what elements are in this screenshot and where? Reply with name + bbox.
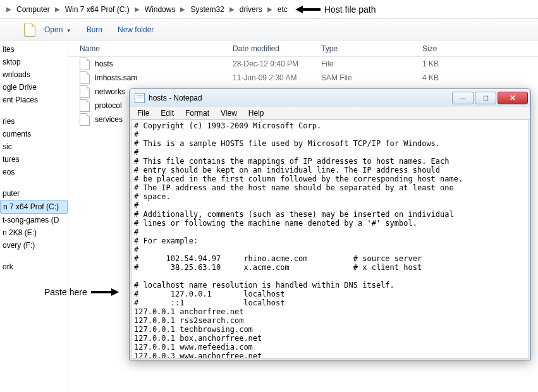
- breadcrumb-item[interactable]: Win 7 x64 Prof (C:): [64, 3, 131, 16]
- notepad-titlebar[interactable]: hosts - Notepad — ☐ ✕: [130, 89, 530, 107]
- column-headers: Name Date modified Type Size: [68, 40, 538, 57]
- menu-file[interactable]: File: [132, 107, 154, 119]
- sidebar-item[interactable]: wnloads: [0, 68, 68, 81]
- notepad-icon: [135, 93, 145, 103]
- sidebar-item[interactable]: ork: [0, 260, 68, 273]
- column-size[interactable]: Size: [422, 44, 486, 53]
- sidebar-item[interactable]: ogle Drive: [0, 81, 68, 94]
- sidebar-item[interactable]: overy (F:): [0, 239, 68, 252]
- sidebar-item[interactable]: cuments: [0, 128, 68, 140]
- sidebar-item[interactable]: sic: [0, 140, 68, 153]
- notepad-textarea[interactable]: # Copyright (c) 1993-2009 Microsoft Corp…: [131, 119, 529, 358]
- breadcrumb-item[interactable]: etc: [276, 3, 289, 16]
- sidebar-item[interactable]: sktop: [0, 56, 68, 68]
- menu-help[interactable]: Help: [243, 107, 269, 119]
- menu-format[interactable]: Format: [180, 107, 214, 119]
- file-name: hosts: [95, 59, 233, 68]
- arrow-left-icon: [295, 6, 321, 13]
- file-row[interactable]: hosts28-Dec-12 9:40 PMFile1 KB: [68, 57, 538, 71]
- file-icon: [80, 99, 90, 112]
- chevron-right-icon: ▶: [51, 6, 64, 13]
- breadcrumb-item[interactable]: Windows: [144, 3, 177, 16]
- burn-button[interactable]: Burn: [80, 21, 109, 38]
- file-icon: [80, 71, 90, 84]
- file-icon: [80, 113, 90, 126]
- menu-edit[interactable]: Edit: [156, 107, 179, 119]
- sidebar-item[interactable]: n 2K8 (E:): [0, 226, 68, 239]
- sidebar-item[interactable]: ites: [0, 43, 68, 56]
- file-row[interactable]: lmhosts.sam11-Jun-09 2:30 AMSAM File4 KB: [68, 71, 538, 85]
- file-date: 11-Jun-09 2:30 AM: [233, 73, 321, 82]
- annotation-label: Host file path: [324, 4, 376, 15]
- file-icon: [80, 85, 90, 98]
- column-date[interactable]: Date modified: [233, 44, 321, 53]
- notepad-window[interactable]: hosts - Notepad — ☐ ✕ File Edit Format V…: [129, 89, 531, 360]
- sidebar-item[interactable]: eos: [0, 166, 68, 178]
- chevron-right-icon: ▶: [264, 6, 276, 13]
- maximize-button[interactable]: ☐: [475, 92, 496, 104]
- sidebar-header[interactable]: puter: [0, 187, 68, 200]
- column-type[interactable]: Type: [321, 44, 422, 53]
- file-size: 1 KB: [422, 59, 486, 68]
- sidebar-item[interactable]: ent Places: [0, 94, 68, 106]
- sidebar-item[interactable]: t-song-games (D: [0, 214, 68, 226]
- sidebar-item[interactable]: tures: [0, 153, 68, 166]
- file-type: SAM File: [321, 73, 422, 82]
- annotation-host-path: Host file path: [295, 4, 376, 15]
- notepad-menu: File Edit Format View Help: [130, 107, 530, 119]
- file-type: File: [321, 59, 422, 68]
- chevron-right-icon: ▶: [3, 6, 15, 13]
- new-folder-button[interactable]: New folder: [111, 21, 160, 38]
- open-button[interactable]: Open ▼: [38, 21, 78, 38]
- annotation-label: Paste here: [44, 287, 87, 297]
- open-label: Open: [44, 25, 63, 34]
- chevron-right-icon: ▶: [131, 6, 144, 13]
- file-size: 4 KB: [422, 73, 486, 82]
- breadcrumb-item[interactable]: System32: [189, 3, 225, 16]
- file-icon: [80, 58, 90, 70]
- chevron-right-icon: ▶: [176, 6, 189, 13]
- chevron-down-icon: ▼: [66, 28, 71, 34]
- notepad-title: hosts - Notepad: [149, 94, 451, 102]
- sidebar: ites sktop wnloads ogle Drive ent Places…: [0, 40, 68, 392]
- chevron-right-icon: ▶: [226, 6, 238, 13]
- file-icon: [24, 23, 35, 37]
- menu-view[interactable]: View: [216, 107, 242, 119]
- arrow-right-icon: [91, 288, 119, 296]
- minimize-button[interactable]: —: [452, 92, 474, 104]
- address-bar: ▶ Computer ▶ Win 7 x64 Prof (C:) ▶ Windo…: [0, 0, 538, 19]
- toolbar: Open ▼ Burn New folder: [0, 19, 538, 40]
- breadcrumb-item[interactable]: Computer: [15, 3, 51, 16]
- close-button[interactable]: ✕: [498, 92, 528, 104]
- breadcrumb-item[interactable]: drivers: [238, 3, 264, 16]
- file-name: lmhosts.sam: [95, 73, 233, 82]
- sidebar-item-selected[interactable]: n 7 x64 Prof (C:): [0, 200, 68, 214]
- annotation-paste-here: Paste here: [44, 287, 119, 297]
- column-name[interactable]: Name: [68, 44, 233, 53]
- sidebar-item[interactable]: ries: [0, 115, 68, 128]
- file-date: 28-Dec-12 9:40 PM: [233, 59, 321, 68]
- notepad-content[interactable]: # Copyright (c) 1993-2009 Microsoft Corp…: [134, 121, 526, 358]
